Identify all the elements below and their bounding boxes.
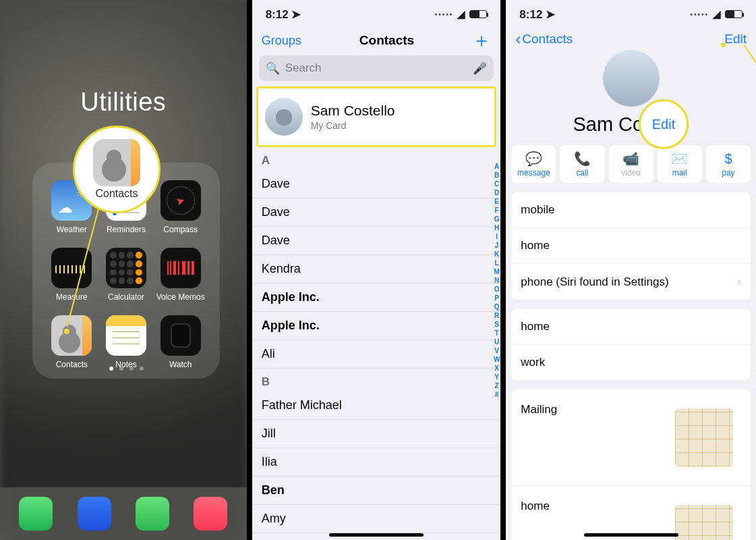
dictate-icon[interactable]: 🎤 [473, 61, 487, 76]
battery-icon [469, 10, 487, 18]
message-icon: 💬 [525, 151, 542, 167]
dock-app-4[interactable] [194, 497, 227, 531]
section-header: A [252, 147, 501, 170]
dock-app-2[interactable] [78, 497, 111, 531]
app-compass[interactable]: Compass [153, 180, 208, 244]
field-row[interactable]: mobile [511, 192, 751, 228]
field-row[interactable]: home [511, 486, 751, 540]
status-time: 8:12 [519, 8, 542, 21]
map-thumbnail[interactable] [675, 408, 733, 466]
section-header: B [252, 369, 501, 392]
contact-row[interactable]: Dave [252, 170, 501, 198]
watch-icon [161, 315, 201, 356]
contact-row[interactable]: Ilia [252, 448, 501, 477]
field-row[interactable]: home [511, 309, 751, 345]
action-mail[interactable]: ✉️mail [658, 145, 702, 183]
contacts-icon [93, 139, 140, 186]
map-thumbnail[interactable] [675, 505, 733, 540]
search-icon: 🔍 [266, 61, 280, 76]
app-measure[interactable]: Measure [45, 248, 99, 311]
contact-row[interactable]: Father Michael [252, 392, 501, 420]
dock [0, 487, 247, 540]
compass-icon [161, 180, 201, 221]
my-card-sub: My Card [311, 120, 395, 131]
contact-row[interactable]: Apple Inc. [252, 284, 501, 312]
status-time: 8:12 [266, 8, 289, 21]
callout-endpoint [721, 43, 726, 47]
notes-icon [106, 315, 146, 356]
contact-row[interactable]: Ali [252, 340, 501, 369]
chevron-right-icon: › [737, 275, 741, 289]
mail-icon: ✉️ [671, 151, 688, 167]
home-indicator[interactable] [329, 533, 424, 537]
my-card-row[interactable]: Sam Costello My Card [256, 86, 497, 147]
contacts-icon [51, 315, 92, 356]
status-bar: 8:12 ➤ •••••◢ [252, 0, 501, 28]
home-indicator[interactable] [584, 533, 678, 537]
pay-icon: $ [724, 151, 732, 167]
my-card-name: Sam Costello [311, 103, 395, 119]
phones-group: mobilehomephone (Siri found in Settings)… [511, 192, 751, 300]
search-input[interactable]: 🔍 Search 🎤 [259, 55, 494, 81]
cell-signal-icon: ••••• [435, 11, 454, 18]
contact-row[interactable]: Jill [252, 420, 501, 448]
contact-row[interactable]: Amy [252, 505, 501, 533]
location-icon: ➤ [546, 8, 555, 21]
wifi-icon: ◢ [457, 8, 465, 20]
add-contact-button[interactable]: ＋ [472, 31, 491, 50]
field-row[interactable]: work [511, 345, 751, 380]
app-voicememos[interactable]: Voice Memos [153, 248, 208, 311]
avatar [265, 98, 303, 136]
action-call[interactable]: 📞call [560, 145, 604, 183]
video-icon: 📹 [622, 151, 639, 167]
wifi-icon: ◢ [713, 8, 721, 20]
page-title: Contacts [359, 33, 414, 48]
calculator-icon [106, 248, 146, 288]
contact-row[interactable]: Kendra [252, 255, 501, 284]
callout-endpoint [64, 329, 69, 334]
callout-edit: Edit [639, 99, 689, 149]
action-pay[interactable]: $pay [706, 145, 751, 183]
voicememos-icon [161, 248, 201, 288]
search-placeholder: Search [285, 61, 322, 75]
field-row[interactable]: home [511, 228, 751, 264]
contact-row[interactable]: Dave [252, 198, 501, 227]
action-video: 📹video [609, 145, 653, 183]
contact-nav: ‹Contacts Edit [506, 28, 756, 50]
callout-contacts: Contacts [73, 126, 161, 213]
contact-row[interactable]: Ben [252, 477, 501, 505]
field-row[interactable]: Mailing [511, 389, 751, 486]
dock-app-3[interactable] [136, 497, 169, 531]
dock-app-1[interactable] [19, 497, 53, 531]
call-icon: 📞 [574, 151, 591, 167]
contact-row[interactable]: Apple Inc. [252, 312, 501, 340]
action-message[interactable]: 💬message [511, 145, 556, 183]
status-bar: 8:12 ➤ •••••◢ [506, 0, 756, 28]
addresses-group: Mailinghome [511, 389, 751, 540]
contact-row[interactable]: Dave [252, 227, 501, 255]
app-calculator[interactable]: Calculator [99, 248, 154, 311]
emails-group: homework [511, 309, 751, 380]
groups-button[interactable]: Groups [262, 34, 301, 48]
location-icon: ➤ [291, 8, 301, 21]
alpha-index[interactable]: ABCDEFGHIJKLMNOPQRSTUVWXYZ# [494, 162, 500, 399]
cell-signal-icon: ••••• [690, 11, 709, 18]
contacts-header: Groups Contacts ＋ [252, 28, 501, 55]
field-row[interactable]: phone (Siri found in Settings)› [511, 264, 751, 300]
avatar[interactable] [603, 50, 660, 107]
contact-hero: Sam Costello [506, 50, 756, 136]
folder-title: Utilities [0, 88, 247, 117]
folder-page-dots [32, 367, 220, 371]
battery-icon [725, 10, 743, 18]
back-button[interactable]: ‹Contacts [515, 31, 573, 47]
chevron-left-icon: ‹ [515, 31, 521, 47]
